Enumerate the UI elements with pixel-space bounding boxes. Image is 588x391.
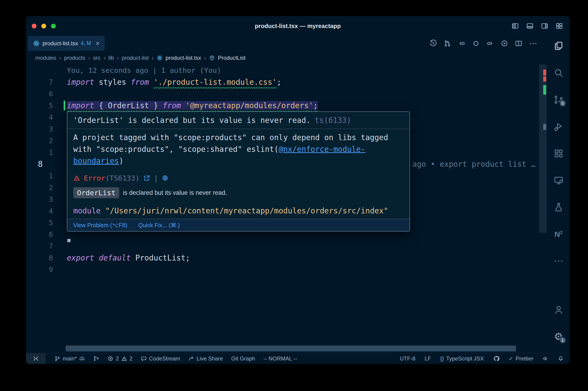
activity-bar: 5 N2 ⋯ ⚙ 1: [547, 36, 570, 353]
notifications-bell-icon[interactable]: [558, 356, 564, 362]
line-number[interactable]: 9: [26, 264, 53, 276]
source-control-icon[interactable]: 5: [553, 94, 564, 105]
chevron-right-icon: ›: [117, 55, 119, 61]
line-number[interactable]: 6: [26, 88, 53, 100]
code-line[interactable]: 7import styles from './product-list.modu…: [26, 76, 547, 88]
status-language[interactable]: {} TypeScript JSX: [440, 355, 484, 362]
error-detail-text: is declared but its value is never read.: [123, 189, 227, 196]
feedback-icon[interactable]: [543, 356, 549, 362]
status-liveshare[interactable]: Live Share: [188, 355, 223, 362]
code-text: import { OrderList } from '@myreactapp/m…: [67, 100, 318, 111]
settings-gear-icon[interactable]: ⚙ 1: [553, 331, 564, 342]
react-file-icon: [157, 55, 163, 61]
check-icon: ✓: [509, 355, 513, 362]
separator: |: [154, 173, 158, 183]
horizontal-scrollbar[interactable]: [66, 346, 516, 352]
line-number[interactable]: 8: [26, 252, 53, 264]
status-problems[interactable]: 2 2: [107, 355, 133, 362]
module-path: "/Users/juri/nrwl/content/myreactapp/mod…: [105, 206, 388, 215]
remote-explorer-icon[interactable]: [553, 175, 564, 186]
breadcrumb-item-lib[interactable]: lib: [108, 55, 114, 61]
breadcrumb-file[interactable]: product-list.tsx: [166, 55, 201, 61]
blame-line[interactable]: You, 12 seconds ago | 1 author (You): [26, 65, 547, 76]
error-triangle-icon: [73, 175, 80, 182]
explorer-icon[interactable]: [553, 40, 564, 52]
git-pull-request-icon[interactable]: [443, 39, 451, 47]
title-bar: product-list.tsx — myreactapp: [26, 16, 570, 36]
overview-mark-modified: [543, 124, 546, 130]
code-line[interactable]: 7: [26, 240, 547, 252]
breadcrumb-item-products[interactable]: products: [64, 55, 85, 61]
remote-indicator-button[interactable]: [26, 353, 46, 364]
settings-badge: 1: [559, 337, 566, 344]
run-debug-icon[interactable]: [553, 121, 564, 132]
line-number[interactable]: 6: [26, 229, 53, 240]
open-external-icon[interactable]: [143, 175, 150, 182]
status-encoding[interactable]: UTF-8: [400, 355, 415, 362]
hover-resize-grip[interactable]: [67, 239, 71, 242]
layout-split-icon[interactable]: [511, 22, 519, 30]
more-actions-icon[interactable]: ⋯: [529, 38, 537, 49]
tab-label: product-list.tsx: [42, 40, 78, 47]
timeline-history-icon[interactable]: [429, 39, 437, 47]
breadcrumb-item-modules[interactable]: modules: [35, 55, 56, 61]
line-number[interactable]: 3: [26, 194, 53, 205]
gitlens-icon[interactable]: [93, 356, 99, 362]
view-problem-action[interactable]: View Problem (⌥F8): [73, 222, 127, 229]
breadcrumb: modules › products › src › lib › product…: [26, 51, 547, 65]
nx-console-icon[interactable]: N2: [553, 228, 564, 240]
line-number[interactable]: 4: [26, 205, 53, 217]
quick-fix-action[interactable]: Quick Fix... (⌘.): [138, 222, 180, 229]
line-number[interactable]: 1: [26, 170, 53, 182]
extensions-icon[interactable]: [553, 148, 564, 159]
line-number[interactable]: 2: [26, 182, 53, 194]
change-indicator-icon[interactable]: [472, 39, 480, 47]
tab-product-list[interactable]: product-list.tsx 4, M ×: [28, 36, 105, 51]
status-gitgraph[interactable]: Git Graph: [231, 355, 255, 362]
breadcrumb-symbol[interactable]: ProductList: [218, 55, 246, 61]
testing-icon[interactable]: [553, 201, 564, 213]
inline-blame: ago • export product list …: [412, 158, 535, 170]
breadcrumb-item-src[interactable]: src: [93, 55, 100, 61]
hover-diagnostic-ts: 'OrderList' is declared but its value is…: [67, 112, 410, 129]
layout-panel-icon[interactable]: [526, 22, 534, 30]
blame-annotation: You, 12 seconds ago | 1 author (You): [67, 65, 221, 76]
status-eol[interactable]: LF: [424, 355, 431, 362]
status-vim-mode[interactable]: -- NORMAL --: [263, 355, 297, 362]
line-number[interactable]: 5: [26, 100, 53, 111]
line-number[interactable]: 7: [26, 240, 53, 252]
accounts-icon[interactable]: [553, 304, 564, 315]
globe-icon[interactable]: [162, 175, 168, 182]
next-change-icon[interactable]: [486, 39, 494, 47]
status-branch[interactable]: main*: [54, 355, 85, 362]
code-line[interactable]: 9: [26, 264, 547, 276]
line-number[interactable]: 3: [26, 123, 53, 135]
error-label: Error: [84, 174, 105, 182]
code-line[interactable]: 6: [26, 88, 547, 100]
split-editor-icon[interactable]: [515, 39, 522, 47]
symbol-cube-icon: [209, 55, 215, 61]
github-icon[interactable]: [493, 355, 500, 362]
hover-actions: View Problem (⌥F8) Quick Fix... (⌘.): [67, 219, 410, 231]
previous-change-icon[interactable]: [458, 39, 466, 47]
breadcrumb-item-product-list[interactable]: product-list: [122, 55, 149, 61]
hover-module-section: module"/Users/juri/nrwl/content/myreacta…: [67, 203, 410, 219]
status-prettier[interactable]: ✓ Prettier: [509, 355, 533, 362]
search-icon[interactable]: [553, 67, 564, 79]
layout-customize-icon[interactable]: [555, 22, 563, 30]
tab-close-icon[interactable]: ×: [95, 40, 100, 47]
layout-sidebar-right-icon[interactable]: [541, 22, 549, 30]
diagnostic-message: 'OrderList' is declared but its value is…: [73, 116, 311, 125]
line-number[interactable]: 2: [26, 135, 53, 147]
line-number[interactable]: 4: [26, 111, 53, 123]
additional-views-icon[interactable]: ⋯: [553, 255, 564, 267]
line-number[interactable]: 1: [26, 147, 53, 158]
line-number[interactable]: 8: [38, 158, 43, 170]
line-number[interactable]: 5: [26, 217, 53, 229]
code-line[interactable]: 5import { OrderList } from '@myreactapp/…: [26, 100, 547, 111]
line-number[interactable]: 7: [26, 76, 53, 88]
status-codestream[interactable]: CodeStream: [141, 355, 180, 362]
code-line[interactable]: 8export default ProductList;: [26, 252, 547, 264]
run-file-icon[interactable]: [501, 39, 508, 47]
tab-bar: product-list.tsx 4, M ×: [26, 36, 547, 51]
